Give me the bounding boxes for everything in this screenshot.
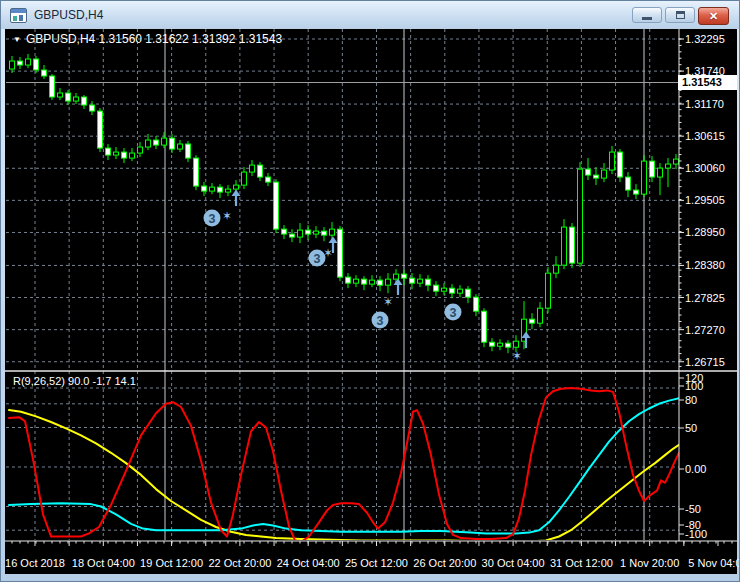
price-axis-label: 1.27270 [685, 324, 725, 336]
time-axis-label: 24 Oct 04:00 [277, 557, 340, 569]
time-axis-label: 30 Oct 04:00 [482, 557, 545, 569]
time-axis-label: 1 Nov 20:00 [620, 557, 679, 569]
signal-star-icon: ✶ [323, 246, 333, 260]
svg-text:3: 3 [314, 252, 321, 266]
chart-window-icon [10, 8, 27, 23]
ohlc-text: GBPUSD,H4 1.31560 1.31622 1.31392 1.3154… [26, 32, 282, 46]
cyan-oscillator-line [9, 398, 679, 533]
minimize-button[interactable] [632, 7, 662, 23]
price-axis-label: 1.28380 [685, 259, 725, 271]
price-axis-label: 1.30615 [685, 130, 725, 142]
red-oscillator-line [9, 388, 679, 542]
price-axis-label: 1.28950 [685, 226, 725, 238]
time-axis-label: 19 Oct 12:00 [140, 557, 203, 569]
price-axis-label: 1.30060 [685, 162, 725, 174]
title-bar[interactable]: GBPUSD,H4 ✕ [1, 1, 739, 29]
oscillator-axis-label: -100 [685, 528, 707, 540]
oscillator-axis-label: 100 [685, 380, 703, 392]
oscillator-axis-label: 50 [685, 422, 697, 434]
time-axis-label: 22 Oct 20:00 [208, 557, 271, 569]
time-axis-label: 5 Nov 04:00 [688, 557, 740, 569]
close-icon: ✕ [709, 11, 718, 22]
restore-button[interactable] [665, 7, 695, 23]
time-axis-label: 16 Oct 2018 [5, 557, 65, 569]
signal-star-icon: ✶ [222, 209, 232, 223]
signal-star-icon: ✶ [383, 295, 393, 309]
price-axis-label: 1.31170 [685, 98, 724, 110]
grid-lines [6, 29, 679, 540]
signal-star-icon: ✶ [512, 349, 522, 363]
symbol-dropdown-icon[interactable]: ▼ [13, 35, 21, 44]
time-axis-label: 25 Oct 12:00 [345, 557, 408, 569]
current-price-box: 1.31543 [678, 75, 737, 90]
minimize-icon [642, 17, 652, 20]
price-axis-label: 1.27825 [685, 292, 725, 304]
price-axis-label: 1.29505 [685, 194, 725, 206]
price-chart[interactable]: 3333✶✶✶✶ [5, 29, 737, 574]
time-axis-label: 31 Oct 12:00 [550, 557, 613, 569]
chart-window: GBPUSD,H4 ✕ 3333✶✶✶✶ ▼GBPUSD,H4 1.31560 … [0, 0, 740, 582]
time-axis-label: 26 Oct 20:00 [413, 557, 476, 569]
svg-text:3: 3 [209, 212, 216, 226]
price-axis-label: 1.32295 [685, 33, 725, 45]
indicator-label: R(9,26,52) 90.0 -1.7 14.1 [13, 375, 136, 387]
oscillator-axis-label: 80 [685, 394, 697, 406]
yellow-oscillator-line [9, 410, 679, 541]
candlestick-layer [10, 54, 679, 353]
close-button[interactable]: ✕ [698, 7, 729, 25]
symbol-ohlc-readout: ▼GBPUSD,H4 1.31560 1.31622 1.31392 1.315… [13, 32, 282, 46]
oscillator-axis-label: 0.00 [685, 463, 706, 475]
oscillator-axis-label: -50 [685, 503, 701, 515]
svg-text:3: 3 [377, 314, 384, 328]
oscillator-lines [9, 388, 679, 542]
time-axis-label: 18 Oct 04:00 [72, 557, 135, 569]
window-title: GBPUSD,H4 [34, 8, 103, 22]
window-controls: ✕ [632, 7, 729, 25]
price-axis-label: 1.26715 [685, 356, 725, 368]
svg-text:3: 3 [450, 306, 457, 320]
restore-icon [676, 11, 685, 19]
axis-frame [5, 29, 737, 546]
chart-area[interactable]: 3333✶✶✶✶ ▼GBPUSD,H4 1.31560 1.31622 1.31… [5, 29, 737, 574]
